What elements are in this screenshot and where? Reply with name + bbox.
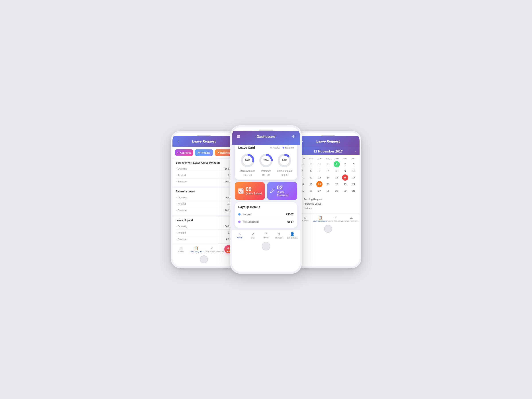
payslip-title: Payslip Details [238, 205, 294, 209]
pending-legend-label: Pending Request [304, 198, 322, 201]
unpaid-donut-wrapper: 14% [277, 153, 292, 168]
help-icon: ? [265, 232, 267, 236]
cal-day-16[interactable]: 16 [342, 174, 348, 181]
phone-calendar: ‹ Leave Request ‹ 12 November 2017 › SUN… [295, 131, 361, 268]
donut-charts: 30% Bereavement 100 | 30 26% [238, 153, 294, 176]
approved-filter-btn[interactable]: ✓ Approved [175, 149, 193, 156]
nav-leave-approval-3[interactable]: ✓ LEAVE APPROVAL [328, 215, 344, 222]
legend: Availed Balance [270, 146, 294, 149]
menu-icon[interactable]: ☰ [236, 134, 241, 139]
cal-day-29-oct[interactable]: 29 [308, 161, 314, 167]
approved-label: Approved [180, 151, 191, 154]
cal-day-13[interactable]: 13 [316, 174, 323, 181]
weekday-wed: WED [324, 157, 332, 160]
nav-leave-approval[interactable]: ✓ LEAVE APPROVAL [204, 246, 219, 253]
cal-day-21[interactable]: 21 [325, 181, 331, 187]
query-raised-card[interactable]: 📈 09 Query Raised [235, 182, 265, 200]
weekday-thu: THU [332, 157, 341, 160]
cal-day-3[interactable]: 3 [351, 161, 357, 167]
approved-legend-label: Approved Leave [304, 202, 321, 205]
cal-day-30-oct[interactable]: 30 [316, 161, 323, 167]
availed-legend-label: Availed [272, 146, 280, 149]
cal-day-12[interactable]: 12 [308, 174, 314, 181]
cal-day-31-oct[interactable]: 31 [325, 161, 331, 167]
home-button-phone2[interactable] [262, 242, 270, 250]
home-button-phone1[interactable] [200, 255, 208, 263]
leave-card-title: Leave Card [238, 146, 255, 149]
cal-day-30[interactable]: 30 [342, 188, 348, 194]
query-answered-card[interactable]: 🖊 02 Query Answered [267, 182, 297, 200]
tax-deducted-row: Tax Deducted 6517 [238, 219, 294, 225]
cal-day-31[interactable]: 31 [351, 188, 357, 194]
cal-day-24[interactable]: 24 [351, 181, 357, 187]
calendar-next-icon[interactable]: › [355, 150, 356, 153]
nav-leave-request[interactable]: 📋 LEAVE REQUEST [189, 246, 204, 253]
cal-day-29[interactable]: 29 [334, 188, 340, 194]
paternity-percent: 26% [263, 159, 269, 162]
home-button-phone3[interactable] [324, 225, 332, 233]
cal-day-26[interactable]: 26 [308, 188, 314, 194]
cal-day-28[interactable]: 28 [325, 188, 331, 194]
cal-day-7[interactable]: 7 [325, 168, 331, 174]
cal-day-17[interactable]: 17 [351, 174, 357, 181]
cal-day-6[interactable]: 6 [316, 168, 323, 174]
availed-legend: Availed [270, 146, 280, 149]
cal-day-8[interactable]: 8 [334, 168, 340, 174]
cal-day-27[interactable]: 27 [316, 188, 323, 194]
query-cards: 📈 09 Query Raised 🖊 02 Query Answered [235, 182, 297, 200]
nav-home[interactable]: ⌂ HOME [233, 232, 246, 239]
leave-approval-icon-3: ✓ [334, 215, 337, 220]
bereavement-balance-label: Balance [176, 180, 187, 183]
header-leave-request: ‹ Leave Request [172, 136, 235, 147]
back-icon[interactable]: ‹ [176, 139, 181, 144]
nav-help[interactable]: ? HELP [259, 232, 273, 239]
cal-day-9[interactable]: 9 [342, 168, 348, 174]
cal-day-14[interactable]: 14 [325, 174, 331, 181]
calendar-days: 28 29 30 31 1 2 3 4 5 6 7 8 9 10 11 12 1… [298, 161, 358, 194]
help-label: HELP [264, 236, 269, 239]
cal-day-5[interactable]: 5 [308, 168, 314, 174]
nav-leave-forecast-3[interactable]: ☁ LEAVE FORECA... [343, 215, 359, 222]
unpaid-opening-label: Opening [176, 225, 187, 228]
bereavement-donut-name: Bereavement [240, 170, 254, 172]
cal-day-20[interactable]: 20 [316, 181, 323, 187]
calendar-header-title: Leave Request [305, 139, 351, 143]
dashboard-header: ☰ Dashboard ⚙ [232, 131, 300, 145]
pending-legend-item: Pending Request [300, 198, 356, 201]
nav-leave-request-3[interactable]: 📋 LEAVE REQUEST [313, 215, 328, 222]
cal-day-2[interactable]: 2 [342, 161, 348, 167]
cal-day-22[interactable]: 22 [334, 181, 340, 187]
paternity-availed-label: Availed [176, 202, 186, 206]
query-raised-icon: 📈 [238, 188, 244, 194]
availed-dot [270, 147, 272, 149]
settings-icon[interactable]: ⚙ [291, 134, 296, 139]
cal-day-15[interactable]: 15 [334, 174, 340, 181]
cal-day-23[interactable]: 23 [342, 181, 348, 187]
cal-day-1[interactable]: 1 [334, 161, 340, 167]
rejected-label: Rejected [220, 151, 230, 154]
weekday-fri: FRI [341, 157, 349, 160]
cal-day-19[interactable]: 19 [308, 181, 314, 187]
phone1-content: ✓ Approved ✉ Pending ✕ Rejected Bereavem… [172, 147, 235, 244]
query-answered-label: Query Answered [277, 190, 294, 197]
calendar-weekdays: SUN MON TUE WED THU FRI SAT [298, 157, 358, 160]
payslip-divider [238, 218, 294, 218]
bereavement-percent: 30% [245, 159, 250, 162]
cal-day-10[interactable]: 10 [351, 168, 357, 174]
leave-request-title: Leave Request [181, 139, 227, 143]
nav-payslip[interactable]: ₹ PAYSLIP [273, 232, 286, 239]
pending-filter-btn[interactable]: ✉ Pending [195, 149, 213, 156]
unpaid-availed-row: Availed 5.50 [176, 230, 232, 235]
paternity-donut: 26% Paternity 82 | 30 [258, 153, 273, 176]
scene: ‹ Leave Request ✓ Approved ✉ Pending ✕ R… [144, 131, 388, 268]
nav-alerts[interactable]: ⌂ ALERTS [173, 246, 189, 253]
approved-icon: ✓ [177, 151, 179, 154]
alerts-icon-3: ⌂ [304, 215, 306, 219]
nav-employee[interactable]: 👤 EMPLOYEE [286, 232, 299, 239]
fab-label: New [227, 250, 230, 252]
payslip-nav-label: PAYSLIP [275, 237, 283, 239]
nav-tax[interactable]: ↗ TAX [246, 232, 260, 239]
unpaid-leave-section: Leave Unpaid Opening 865.00 Availed 5.50… [172, 216, 235, 244]
alerts-label-3: ALERTS [302, 220, 309, 222]
unpaid-percent: 14% [282, 159, 287, 162]
